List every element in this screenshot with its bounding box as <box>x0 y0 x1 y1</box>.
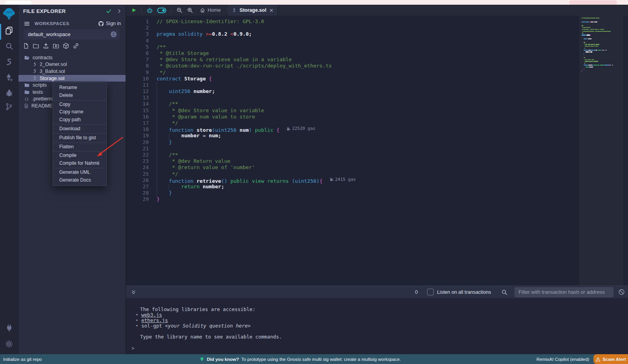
menu-divider <box>53 142 106 143</box>
code-line-23[interactable]: 23 * @dev Return value <box>126 158 577 164</box>
code-line-10[interactable]: 10contract Storage { <box>126 76 577 82</box>
line-number: 20 <box>126 139 157 146</box>
code-line-6[interactable]: 6 * @title Storage <box>126 50 577 56</box>
terminal-link[interactable]: web3.js <box>141 312 162 318</box>
menu-item-copy[interactable]: Copy <box>53 101 106 109</box>
link-import-icon[interactable] <box>73 43 79 49</box>
code-line-21[interactable]: 21 <box>126 146 577 152</box>
navbar-divider <box>141 7 142 13</box>
chevron-right-icon[interactable] <box>117 8 122 14</box>
settings-icon[interactable] <box>0 340 18 348</box>
code-line-3[interactable]: 3pragma solidity >=0.8.2 <0.9.0; <box>126 31 577 37</box>
new-file-icon[interactable] <box>23 43 29 49</box>
code-line-12[interactable]: 12 uint256 number; <box>126 88 577 95</box>
code-line-16[interactable]: 16 * @param num value to store <box>126 114 577 120</box>
code-line-27[interactable]: 27 return number; <box>126 184 577 190</box>
code-line-15[interactable]: 15 * @dev Store value in variable <box>126 107 577 114</box>
clear-console-icon[interactable] <box>618 289 625 295</box>
expand-terminal-icon[interactable] <box>131 289 136 295</box>
menu-item-rename[interactable]: Rename <box>53 84 106 92</box>
code-line-20[interactable]: 20 } <box>126 139 577 146</box>
tree-item-storage-sol[interactable]: Storage.sol <box>18 75 126 82</box>
sign-in-button[interactable]: Sign in <box>98 21 121 27</box>
code-line-29[interactable]: 29} <box>126 196 577 202</box>
github-icon <box>98 21 104 27</box>
search-icon[interactable] <box>0 42 18 50</box>
upload-file-icon[interactable] <box>43 43 49 49</box>
code-line-26[interactable]: 26 function retrieve() public view retur… <box>126 177 577 184</box>
svg-text:{}: {} <box>24 97 29 101</box>
menu-item-copy-path[interactable]: Copy path <box>53 116 106 124</box>
menu-item-flatten[interactable]: Flatten <box>53 143 106 151</box>
tree-item-label: tests <box>33 89 43 95</box>
code-line-7[interactable]: 7 * @dev Store & retrieve value in a var… <box>126 56 577 63</box>
terminal[interactable]: The following libraries are accessible:•… <box>126 298 628 354</box>
debugger-icon[interactable] <box>0 89 18 97</box>
code-line-5[interactable]: 5/** <box>126 44 577 50</box>
code-area[interactable]: 1// SPDX-License-Identifier: GPL-3.023pr… <box>126 18 577 202</box>
zoom-out-icon[interactable] <box>176 7 183 13</box>
deploy-run-icon[interactable] <box>0 73 18 82</box>
menu-item-copy-name[interactable]: Copy name <box>53 108 106 116</box>
tree-item-contracts[interactable]: contracts <box>18 54 126 61</box>
check-icon[interactable] <box>106 8 112 14</box>
transaction-filter-input[interactable] <box>515 287 613 297</box>
minimap-gutter[interactable] <box>579 16 623 286</box>
tree-item-2-owner-sol[interactable]: 2_Owner.sol <box>18 61 126 68</box>
workspace-switch-icon[interactable] <box>111 31 117 37</box>
menu-item-publish-file-to-gist[interactable]: Publish file to gist <box>53 134 106 142</box>
menu-item-generate-docs[interactable]: Generate Docs <box>53 177 106 184</box>
listen-all-transactions-checkbox[interactable] <box>427 289 434 295</box>
code-line-11[interactable]: 11 <box>126 82 577 88</box>
tree-item-label: contracts <box>33 55 53 60</box>
scam-alert-badge[interactable]: Scam Alert <box>593 354 628 364</box>
menu-item-generate-uml[interactable]: Generate UML <box>53 169 106 177</box>
terminal-link[interactable]: ethers.js <box>141 317 168 323</box>
terminal-prompt[interactable]: > <box>131 346 135 351</box>
code-line-17[interactable]: 17 */ <box>126 120 577 126</box>
code-line-28[interactable]: 28 } <box>126 190 577 196</box>
hamburger-menu-icon[interactable] <box>24 21 30 27</box>
copilot-status[interactable]: RemixAI Copilot (enabled) <box>537 354 589 364</box>
code-line-19[interactable]: 19 number = num; <box>126 133 577 139</box>
tree-item-3-ballot-sol[interactable]: 3_Ballot.sol <box>18 68 126 75</box>
ipfs-import-icon[interactable] <box>63 43 69 49</box>
code-line-24[interactable]: 24 * @return value of 'number' <box>126 164 577 171</box>
remixai-robot-icon[interactable] <box>146 7 153 14</box>
minimap[interactable] <box>582 18 613 72</box>
code-text: return number; <box>157 184 224 190</box>
code-line-13[interactable]: 13 <box>126 95 577 101</box>
menu-item-compile-for-nahmii[interactable]: Compile for Nahmii <box>53 160 106 167</box>
file-explorer-icon[interactable] <box>0 26 18 35</box>
tab-home[interactable]: Home <box>200 7 221 13</box>
solidity-compiler-icon[interactable] <box>0 58 18 66</box>
git-init-status[interactable]: Initialize as git repo <box>3 354 42 364</box>
menu-item-compile[interactable]: Compile <box>53 152 106 160</box>
zoom-in-icon[interactable] <box>187 7 193 13</box>
code-line-18[interactable]: 18 function store(uint256 num) public {2… <box>126 126 577 133</box>
code-line-1[interactable]: 1// SPDX-License-Identifier: GPL-3.0 <box>126 18 577 25</box>
code-line-8[interactable]: 8 * @custom:dev-run-script ./scripts/dep… <box>126 63 577 69</box>
plugin-manager-icon[interactable] <box>0 324 18 332</box>
git-icon[interactable] <box>0 102 18 111</box>
upload-folder-icon[interactable] <box>53 43 59 49</box>
code-line-4[interactable]: 4 <box>126 38 577 44</box>
line-number: 14 <box>126 101 157 107</box>
menu-item-delete[interactable]: Delete <box>53 92 106 100</box>
tab-storage-sol[interactable]: Storage.sol <box>227 5 278 16</box>
code-line-2[interactable]: 2 <box>126 25 577 31</box>
new-folder-icon[interactable] <box>33 43 39 49</box>
code-line-14[interactable]: 14 /** <box>126 101 577 107</box>
search-transactions-icon[interactable] <box>501 289 508 295</box>
terminal-line: Type the library name to see available c… <box>126 334 628 340</box>
folder-icon <box>24 89 30 95</box>
code-editor[interactable]: 1// SPDX-License-Identifier: GPL-3.023pr… <box>126 16 628 286</box>
menu-item-download[interactable]: Download <box>53 125 106 133</box>
code-line-9[interactable]: 9 */ <box>126 69 577 76</box>
workspace-select[interactable]: default_workspace <box>23 29 120 40</box>
run-script-icon[interactable] <box>131 7 137 13</box>
close-tab-icon[interactable] <box>269 8 274 13</box>
code-line-22[interactable]: 22 /** <box>126 152 577 158</box>
code-text: * @dev Store value in variable <box>157 107 264 114</box>
copilot-toggle[interactable] <box>157 7 166 13</box>
